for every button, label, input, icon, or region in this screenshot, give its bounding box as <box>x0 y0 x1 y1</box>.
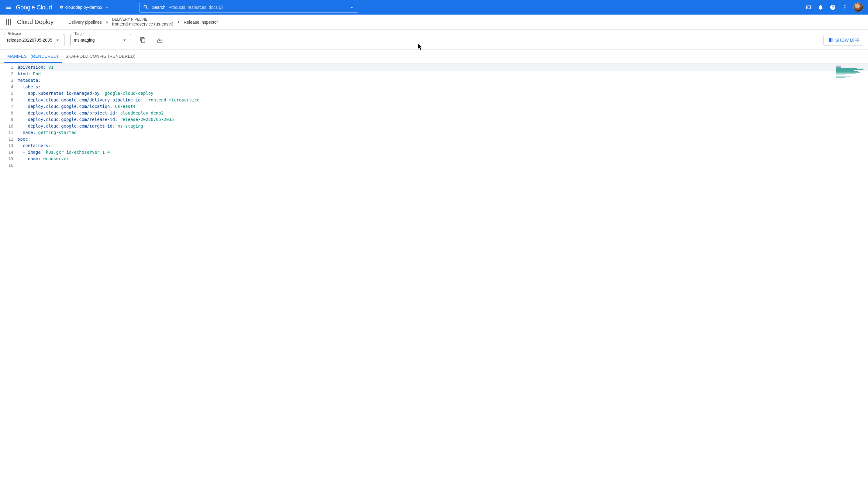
code-line[interactable]: kind: Pod <box>18 71 868 77</box>
help-icon <box>830 4 836 10</box>
code-line[interactable]: deploy.cloud.google.com/target-id: ms-st… <box>18 123 868 130</box>
project-name: clouddeploy-demo2 <box>65 5 102 10</box>
line-number: 6 <box>0 97 13 104</box>
line-number: 16 <box>0 162 13 169</box>
target-select-label: Target <box>73 32 86 36</box>
target-select[interactable]: Target ms-staging <box>70 34 131 46</box>
help-button[interactable] <box>829 4 836 11</box>
line-number: 9 <box>0 116 13 123</box>
code-line[interactable]: metadata: <box>18 77 868 84</box>
logo-first: Google <box>16 4 35 11</box>
breadcrumb-pipeline-name: frontend-microservice (us-east4) <box>112 22 174 27</box>
chevron-down-icon <box>349 4 355 10</box>
top-header: Google Cloud clouddeploy-demo2 Search Pr… <box>0 0 868 14</box>
line-number: 3 <box>0 77 13 84</box>
breadcrumb-pipeline[interactable]: DELIVERY PIPELINE frontend-microservice … <box>112 17 174 27</box>
line-number: 10 <box>0 123 13 130</box>
chevron-down-icon <box>104 5 110 10</box>
breadcrumb: Delivery pipelines DELIVERY PIPELINE fro… <box>68 17 218 27</box>
line-number: 4 <box>0 84 13 91</box>
chevron-right-icon <box>176 20 181 25</box>
project-selector[interactable]: clouddeploy-demo2 <box>57 3 112 11</box>
bell-icon <box>817 4 824 10</box>
show-diff-label: SHOW DIFF <box>835 38 860 42</box>
line-number: 2 <box>0 71 13 77</box>
code-line[interactable]: app.kubernetes.io/managed-by: google-clo… <box>18 90 868 97</box>
nav-menu-button[interactable] <box>2 1 14 13</box>
tab-manifest[interactable]: MANIFEST (RENDERED) <box>4 50 62 63</box>
inspector-toolbar: Release release-20220705-2035 Target ms-… <box>0 30 868 50</box>
line-number: 12 <box>0 136 13 143</box>
header-actions <box>805 2 866 12</box>
code-line[interactable]: name: getting-started <box>18 129 868 136</box>
target-select-value: ms-staging <box>74 38 121 42</box>
breadcrumb-release-inspector: Release Inspector <box>184 20 218 25</box>
code-line[interactable]: deploy.cloud.google.com/release-id: rele… <box>18 116 868 123</box>
download-icon <box>157 37 163 43</box>
cloud-shell-button[interactable] <box>805 4 812 11</box>
copy-icon <box>140 37 146 43</box>
search-label: Search <box>152 5 165 10</box>
code-line[interactable]: labels: <box>18 84 868 91</box>
inspector-tabs: MANIFEST (RENDERED) SKAFFOLD CONFIG (REN… <box>0 50 868 63</box>
line-number: 11 <box>0 129 13 136</box>
code-line[interactable] <box>18 162 868 169</box>
search-placeholder: Products, resources, docs (/) <box>168 5 346 10</box>
search-box[interactable]: Search Products, resources, docs (/) <box>140 2 358 13</box>
user-avatar[interactable] <box>854 2 863 12</box>
code-line[interactable]: containers: <box>18 142 868 149</box>
line-number: 14 <box>0 149 13 156</box>
terminal-icon <box>805 4 811 10</box>
product-subheader: Cloud Deploy Delivery pipelines DELIVERY… <box>0 14 868 30</box>
svg-point-1 <box>844 5 845 6</box>
show-diff-button[interactable]: SHOW DIFF <box>823 35 864 45</box>
line-number: 8 <box>0 110 13 117</box>
svg-point-3 <box>844 8 845 9</box>
chevron-down-icon <box>121 37 128 43</box>
notifications-button[interactable] <box>817 4 824 11</box>
code-line[interactable]: - image: k8s.gcr.io/echoserver:1.4 <box>18 149 868 156</box>
svg-point-0 <box>61 7 62 8</box>
line-number: 1 <box>0 64 13 71</box>
chevron-right-icon <box>104 20 110 25</box>
code-line[interactable]: spec: <box>18 136 868 143</box>
line-number: 13 <box>0 142 13 149</box>
logo[interactable]: Google Cloud <box>16 4 52 11</box>
release-select[interactable]: Release release-20220705-2035 <box>4 34 64 46</box>
line-number: 7 <box>0 103 13 110</box>
code-line[interactable]: name: echoserver <box>18 156 868 162</box>
product-title: Cloud Deploy <box>17 19 62 26</box>
code-lines[interactable]: apiVersion: v1kind: Podmetadata: labels:… <box>17 63 868 485</box>
hamburger-icon <box>5 4 11 10</box>
more-vert-icon <box>842 4 848 10</box>
copy-button[interactable] <box>137 35 148 45</box>
search-icon <box>143 4 149 10</box>
code-line[interactable]: deploy.cloud.google.com/location: us-eas… <box>18 103 868 110</box>
columns-icon <box>828 37 833 43</box>
logo-second: Cloud <box>36 4 52 11</box>
code-line[interactable]: deploy.cloud.google.com/delivery-pipelin… <box>18 97 868 104</box>
project-icon <box>59 5 64 9</box>
line-gutter: 12345678910111213141516 <box>0 63 17 485</box>
code-viewer: 12345678910111213141516 apiVersion: v1ki… <box>0 63 868 485</box>
cloud-deploy-icon <box>4 17 13 27</box>
code-line[interactable]: apiVersion: v1 <box>18 64 868 71</box>
release-select-label: Release <box>6 32 22 36</box>
line-number: 5 <box>0 90 13 97</box>
breadcrumb-pipeline-sup: DELIVERY PIPELINE <box>112 17 174 22</box>
chevron-down-icon <box>54 37 61 43</box>
code-line[interactable]: deploy.cloud.google.com/project-id: clou… <box>18 110 868 117</box>
svg-point-2 <box>844 7 845 8</box>
more-button[interactable] <box>841 4 848 11</box>
breadcrumb-pipelines[interactable]: Delivery pipelines <box>68 20 102 25</box>
release-select-value: release-20220705-2035 <box>7 38 54 42</box>
tab-skaffold[interactable]: SKAFFOLD CONFIG (RENDERED) <box>62 50 139 63</box>
line-number: 15 <box>0 156 13 162</box>
download-button[interactable] <box>154 35 165 45</box>
